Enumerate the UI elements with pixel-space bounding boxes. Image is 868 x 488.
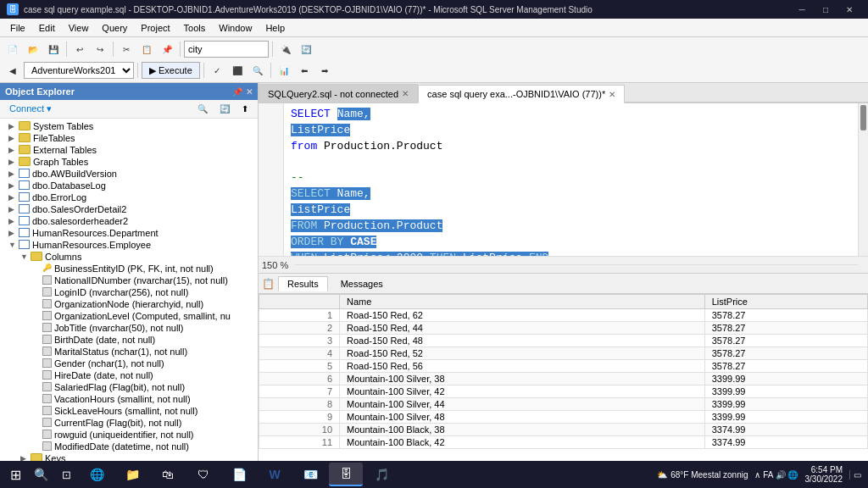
- parse-btn[interactable]: 🔍: [248, 61, 267, 80]
- tree-node-col-currentflag[interactable]: CurrentFlag (Flag(bit), not null): [2, 417, 256, 429]
- tree-node-col-orglevel[interactable]: OrganizationLevel (Computed, smallint, n…: [2, 310, 256, 322]
- tree-node-col-orgnode[interactable]: OrganizationNode (hierarchyid, null): [2, 298, 256, 310]
- taskbar-system-tray: ⛅ 68°F Meestal zonnig ∧ FA 🔊 🌐 6:54 PM 3…: [657, 465, 865, 484]
- paste-btn[interactable]: 📌: [158, 40, 176, 58]
- expand-icon: ▶: [8, 217, 19, 225]
- taskbar-explorer[interactable]: 📁: [115, 463, 149, 486]
- tree-node-col-businessentityid[interactable]: 🔑 BusinessEntityID (PK, FK, int, not nul…: [2, 263, 256, 274]
- tree-node-graph-tables[interactable]: ▶ Graph Tables: [2, 156, 256, 168]
- menu-window[interactable]: Window: [212, 21, 259, 35]
- filter-btn[interactable]: 🔍: [193, 103, 212, 115]
- tree-node-errorlog[interactable]: ▶ dbo.ErrorLog: [2, 191, 256, 203]
- taskbar-pdf[interactable]: 📄: [222, 463, 256, 486]
- taskbar-security[interactable]: 🛡: [186, 463, 220, 486]
- redo-btn[interactable]: ↪: [91, 40, 109, 58]
- menu-project[interactable]: Project: [134, 21, 176, 35]
- tree-node-col-sickleavehours[interactable]: SickLeaveHours (smallint, not null): [2, 405, 256, 417]
- taskbar-word[interactable]: W: [258, 463, 292, 486]
- tree-node-awbuildversion[interactable]: ▶ dbo.AWBuildVersion: [2, 168, 256, 180]
- save-btn[interactable]: 💾: [44, 40, 63, 58]
- tree-view[interactable]: ▶ System Tables ▶ FileTables ▶ External …: [0, 119, 258, 473]
- tab-close-icon[interactable]: ✕: [402, 89, 409, 98]
- start-button[interactable]: ⊞: [3, 463, 27, 486]
- panel-controls[interactable]: 📌 ✕: [232, 87, 253, 97]
- align-right-btn[interactable]: ➡: [315, 61, 334, 80]
- tree-node-external-tables[interactable]: ▶ External Tables: [2, 144, 256, 156]
- taskbar-ssms[interactable]: 🗄: [329, 463, 363, 486]
- row-name: Mountain-100 Black, 38: [340, 424, 705, 436]
- menu-query[interactable]: Query: [95, 21, 134, 35]
- taskbar-store[interactable]: 🛍: [151, 463, 185, 486]
- tree-label: SickLeaveHours (smallint, not null): [54, 406, 198, 416]
- tree-node-col-hiredate[interactable]: HireDate (date, not null): [2, 369, 256, 381]
- results-tab-results[interactable]: Results: [278, 276, 328, 291]
- menu-edit[interactable]: Edit: [32, 21, 62, 35]
- scroll-track[interactable]: [295, 264, 858, 265]
- menu-tools[interactable]: Tools: [177, 21, 213, 35]
- tree-node-columns[interactable]: ▼ Columns: [2, 251, 256, 263]
- refresh-oe-btn[interactable]: 🔄: [215, 103, 234, 115]
- tab-query2[interactable]: SQLQuery2.sql - not connected ✕: [259, 84, 418, 103]
- vertical-scrollbar[interactable]: [858, 103, 868, 256]
- pin-icon[interactable]: 📌: [232, 87, 242, 97]
- check-btn[interactable]: ✓: [208, 61, 226, 80]
- tree-node-salesorderheader2[interactable]: ▶ dbo.salesorderheader2: [2, 215, 256, 227]
- tree-node-databaselog[interactable]: ▶ dbo.DatabaseLog: [2, 180, 256, 191]
- show-desktop-btn[interactable]: ▭: [849, 470, 861, 480]
- row-name: Mountain-100 Silver, 38: [340, 373, 705, 385]
- cut-btn[interactable]: ✂: [117, 40, 136, 58]
- copy-btn[interactable]: 📋: [137, 40, 156, 58]
- taskbar-mail[interactable]: 📧: [293, 463, 327, 486]
- tree-node-col-vacationhours[interactable]: VacationHours (smallint, not null): [2, 393, 256, 405]
- tree-node-col-maritalstatus[interactable]: MaritalStatus (nchar(1), not null): [2, 346, 256, 358]
- connect-button[interactable]: Connect ▾: [5, 102, 56, 116]
- taskbar-spotify[interactable]: 🎵: [364, 463, 398, 486]
- tab-case-sql[interactable]: case sql query exa...-OJBNID1\VAIO (77))…: [418, 85, 625, 103]
- code-content[interactable]: SELECT Name, ListPrice from Production.P…: [284, 103, 858, 256]
- tree-node-hrdepartment[interactable]: ▶ HumanResources.Department: [2, 227, 256, 239]
- results-tab-messages[interactable]: Messages: [331, 276, 392, 291]
- results-btn[interactable]: 📊: [275, 61, 293, 80]
- tree-node-col-modifieddate[interactable]: ModifiedDate (datetime, not null): [2, 441, 256, 452]
- menu-help[interactable]: Help: [259, 21, 292, 35]
- back-btn[interactable]: ◀: [3, 61, 22, 80]
- search-button[interactable]: 🔍: [29, 463, 53, 486]
- tree-node-col-salariedflag[interactable]: SalariedFlag (Flag(bit), not null): [2, 381, 256, 393]
- tree-label: NationalIDNumber (nvarchar(15), not null…: [54, 275, 228, 286]
- close-panel-icon[interactable]: ✕: [246, 87, 253, 97]
- execute-button[interactable]: ▶ Execute: [142, 62, 200, 79]
- tree-node-system-tables[interactable]: ▶ System Tables: [2, 120, 256, 132]
- open-btn[interactable]: 📂: [24, 40, 42, 58]
- maximize-button[interactable]: □: [814, 0, 837, 19]
- row-price: 3399.99: [704, 385, 867, 398]
- tree-node-col-loginid[interactable]: LoginID (nvarchar(256), not null): [2, 286, 256, 298]
- search-input[interactable]: [184, 41, 269, 58]
- taskview-button[interactable]: ⊡: [54, 463, 78, 486]
- stop-btn[interactable]: ⬛: [228, 61, 247, 80]
- tree-node-salesorderdetail2[interactable]: ▶ dbo.SalesOrderDetail2: [2, 203, 256, 215]
- tree-node-hremployee[interactable]: ▼ HumanResources.Employee: [2, 239, 256, 251]
- tab-close-icon[interactable]: ✕: [609, 90, 615, 99]
- close-button[interactable]: ✕: [837, 0, 861, 19]
- connect-btn[interactable]: 🔌: [276, 40, 295, 58]
- undo-btn[interactable]: ↩: [70, 40, 89, 58]
- tree-node-col-rowguid[interactable]: rowguid (uniqueidentifier, not null): [2, 429, 256, 441]
- database-dropdown[interactable]: AdventureWorks2019: [24, 62, 134, 79]
- tree-node-filetables[interactable]: ▶ FileTables: [2, 132, 256, 144]
- menu-file[interactable]: File: [3, 21, 32, 35]
- collapse-btn[interactable]: ⬆: [237, 103, 253, 115]
- tree-node-col-gender[interactable]: Gender (nchar(1), not null): [2, 358, 256, 369]
- refresh-btn[interactable]: 🔄: [297, 40, 315, 58]
- window-controls[interactable]: ─ □ ✕: [790, 0, 861, 19]
- minimize-button[interactable]: ─: [790, 0, 814, 19]
- tree-node-col-nationalid[interactable]: NationalIDNumber (nvarchar(15), not null…: [2, 274, 256, 286]
- menu-view[interactable]: View: [62, 21, 96, 35]
- tree-node-col-jobtitle[interactable]: JobTitle (nvarchar(50), not null): [2, 322, 256, 334]
- code-editor[interactable]: SELECT Name, ListPrice from Production.P…: [259, 103, 868, 256]
- folder-icon: [19, 145, 31, 154]
- align-left-btn[interactable]: ⬅: [295, 61, 314, 80]
- scroll-thumb[interactable]: [860, 105, 866, 130]
- new-query-btn[interactable]: 📄: [3, 40, 22, 58]
- tree-node-col-birthdate[interactable]: BirthDate (date, not null): [2, 334, 256, 346]
- taskbar-edge[interactable]: 🌐: [80, 463, 114, 486]
